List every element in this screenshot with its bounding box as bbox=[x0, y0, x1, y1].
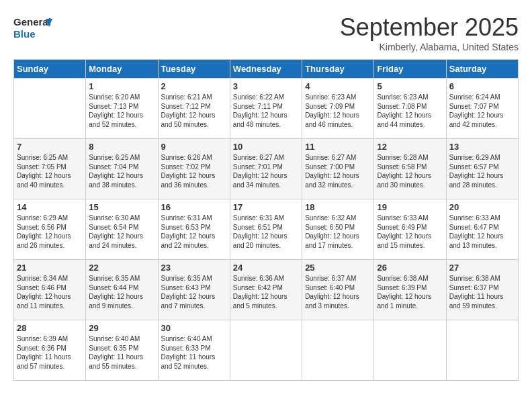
day-number: 29 bbox=[89, 323, 154, 333]
day-cell: 7Sunrise: 6:25 AM Sunset: 7:05 PM Daylig… bbox=[14, 139, 86, 199]
day-info: Sunrise: 6:21 AM Sunset: 7:12 PM Dayligh… bbox=[161, 93, 227, 129]
day-info: Sunrise: 6:26 AM Sunset: 7:02 PM Dayligh… bbox=[161, 153, 227, 189]
day-number: 6 bbox=[449, 81, 515, 91]
header-cell-wednesday: Wednesday bbox=[230, 60, 302, 79]
day-info: Sunrise: 6:35 AM Sunset: 6:43 PM Dayligh… bbox=[161, 274, 227, 310]
day-info: Sunrise: 6:31 AM Sunset: 6:51 PM Dayligh… bbox=[233, 214, 299, 250]
week-row-0: 1Sunrise: 6:20 AM Sunset: 7:13 PM Daylig… bbox=[14, 79, 519, 139]
week-row-3: 21Sunrise: 6:34 AM Sunset: 6:46 PM Dayli… bbox=[14, 260, 519, 320]
day-info: Sunrise: 6:29 AM Sunset: 6:56 PM Dayligh… bbox=[17, 214, 83, 250]
day-number: 17 bbox=[233, 202, 299, 212]
calendar-header: SundayMondayTuesdayWednesdayThursdayFrid… bbox=[14, 60, 519, 79]
logo: GeneralBlue bbox=[13, 13, 54, 40]
day-info: Sunrise: 6:38 AM Sunset: 6:37 PM Dayligh… bbox=[449, 274, 515, 310]
day-cell: 9Sunrise: 6:26 AM Sunset: 7:02 PM Daylig… bbox=[158, 139, 230, 199]
day-cell bbox=[374, 320, 446, 381]
day-cell: 4Sunrise: 6:23 AM Sunset: 7:09 PM Daylig… bbox=[302, 79, 374, 139]
day-info: Sunrise: 6:38 AM Sunset: 6:39 PM Dayligh… bbox=[377, 274, 443, 310]
day-number: 24 bbox=[233, 263, 299, 273]
day-cell: 23Sunrise: 6:35 AM Sunset: 6:43 PM Dayli… bbox=[158, 260, 230, 320]
day-number: 18 bbox=[305, 202, 371, 212]
day-cell bbox=[302, 320, 374, 381]
day-cell: 30Sunrise: 6:40 AM Sunset: 6:33 PM Dayli… bbox=[158, 320, 230, 381]
day-info: Sunrise: 6:39 AM Sunset: 6:36 PM Dayligh… bbox=[17, 334, 83, 371]
week-row-2: 14Sunrise: 6:29 AM Sunset: 6:56 PM Dayli… bbox=[14, 199, 519, 260]
day-number: 10 bbox=[233, 142, 299, 152]
day-number: 19 bbox=[377, 202, 443, 212]
day-cell: 16Sunrise: 6:31 AM Sunset: 6:53 PM Dayli… bbox=[158, 199, 230, 260]
day-number: 8 bbox=[89, 142, 154, 152]
day-info: Sunrise: 6:22 AM Sunset: 7:11 PM Dayligh… bbox=[233, 93, 299, 129]
day-info: Sunrise: 6:33 AM Sunset: 6:49 PM Dayligh… bbox=[377, 214, 443, 250]
day-info: Sunrise: 6:31 AM Sunset: 6:53 PM Dayligh… bbox=[161, 214, 227, 250]
day-number: 11 bbox=[305, 142, 371, 152]
day-cell: 22Sunrise: 6:35 AM Sunset: 6:44 PM Dayli… bbox=[86, 260, 158, 320]
day-number: 28 bbox=[17, 323, 83, 333]
day-cell: 15Sunrise: 6:30 AM Sunset: 6:54 PM Dayli… bbox=[86, 199, 158, 260]
day-number: 1 bbox=[89, 81, 154, 91]
day-cell: 2Sunrise: 6:21 AM Sunset: 7:12 PM Daylig… bbox=[158, 79, 230, 139]
day-cell: 28Sunrise: 6:39 AM Sunset: 6:36 PM Dayli… bbox=[14, 320, 86, 381]
day-number: 9 bbox=[161, 142, 227, 152]
month-title: September 2025 bbox=[340, 13, 519, 42]
day-cell: 18Sunrise: 6:32 AM Sunset: 6:50 PM Dayli… bbox=[302, 199, 374, 260]
day-cell: 24Sunrise: 6:36 AM Sunset: 6:42 PM Dayli… bbox=[230, 260, 302, 320]
day-cell bbox=[230, 320, 302, 381]
day-cell: 14Sunrise: 6:29 AM Sunset: 6:56 PM Dayli… bbox=[14, 199, 86, 260]
svg-text:General: General bbox=[13, 16, 51, 28]
day-number: 4 bbox=[305, 81, 371, 91]
header-cell-sunday: Sunday bbox=[14, 60, 86, 79]
day-info: Sunrise: 6:23 AM Sunset: 7:08 PM Dayligh… bbox=[377, 93, 443, 129]
header-cell-saturday: Saturday bbox=[446, 60, 518, 79]
day-number: 12 bbox=[377, 142, 443, 152]
day-number: 21 bbox=[17, 263, 83, 273]
day-info: Sunrise: 6:27 AM Sunset: 7:01 PM Dayligh… bbox=[233, 153, 299, 189]
day-info: Sunrise: 6:27 AM Sunset: 7:00 PM Dayligh… bbox=[305, 153, 371, 189]
day-number: 22 bbox=[89, 263, 154, 273]
location: Kimberly, Alabama, United States bbox=[340, 42, 519, 52]
day-info: Sunrise: 6:32 AM Sunset: 6:50 PM Dayligh… bbox=[305, 214, 371, 250]
title-section: September 2025 Kimberly, Alabama, United… bbox=[340, 13, 519, 52]
day-number: 13 bbox=[449, 142, 515, 152]
day-cell: 12Sunrise: 6:28 AM Sunset: 6:58 PM Dayli… bbox=[374, 139, 446, 199]
day-info: Sunrise: 6:35 AM Sunset: 6:44 PM Dayligh… bbox=[89, 274, 154, 310]
calendar-body: 1Sunrise: 6:20 AM Sunset: 7:13 PM Daylig… bbox=[14, 79, 519, 381]
day-number: 14 bbox=[17, 202, 83, 212]
day-info: Sunrise: 6:33 AM Sunset: 6:47 PM Dayligh… bbox=[449, 214, 515, 250]
day-number: 20 bbox=[449, 202, 515, 212]
day-info: Sunrise: 6:23 AM Sunset: 7:09 PM Dayligh… bbox=[305, 93, 371, 129]
day-info: Sunrise: 6:34 AM Sunset: 6:46 PM Dayligh… bbox=[17, 274, 83, 310]
day-info: Sunrise: 6:29 AM Sunset: 6:57 PM Dayligh… bbox=[449, 153, 515, 189]
page-header: GeneralBlue September 2025 Kimberly, Ala… bbox=[13, 13, 519, 52]
day-number: 23 bbox=[161, 263, 227, 273]
day-info: Sunrise: 6:25 AM Sunset: 7:05 PM Dayligh… bbox=[17, 153, 83, 189]
day-cell: 6Sunrise: 6:24 AM Sunset: 7:07 PM Daylig… bbox=[446, 79, 518, 139]
day-number: 2 bbox=[161, 81, 227, 91]
day-info: Sunrise: 6:40 AM Sunset: 6:35 PM Dayligh… bbox=[89, 334, 154, 371]
day-info: Sunrise: 6:28 AM Sunset: 6:58 PM Dayligh… bbox=[377, 153, 443, 189]
day-number: 27 bbox=[449, 263, 515, 273]
day-info: Sunrise: 6:40 AM Sunset: 6:33 PM Dayligh… bbox=[161, 334, 227, 371]
day-info: Sunrise: 6:20 AM Sunset: 7:13 PM Dayligh… bbox=[89, 93, 154, 129]
header-row: SundayMondayTuesdayWednesdayThursdayFrid… bbox=[14, 60, 519, 79]
day-number: 5 bbox=[377, 81, 443, 91]
day-cell: 3Sunrise: 6:22 AM Sunset: 7:11 PM Daylig… bbox=[230, 79, 302, 139]
day-info: Sunrise: 6:24 AM Sunset: 7:07 PM Dayligh… bbox=[449, 93, 515, 129]
day-info: Sunrise: 6:36 AM Sunset: 6:42 PM Dayligh… bbox=[233, 274, 299, 310]
day-cell: 29Sunrise: 6:40 AM Sunset: 6:35 PM Dayli… bbox=[86, 320, 158, 381]
header-cell-tuesday: Tuesday bbox=[158, 60, 230, 79]
calendar-table: SundayMondayTuesdayWednesdayThursdayFrid… bbox=[13, 59, 519, 381]
day-info: Sunrise: 6:30 AM Sunset: 6:54 PM Dayligh… bbox=[89, 214, 154, 250]
day-info: Sunrise: 6:37 AM Sunset: 6:40 PM Dayligh… bbox=[305, 274, 371, 310]
day-number: 25 bbox=[305, 263, 371, 273]
day-cell: 21Sunrise: 6:34 AM Sunset: 6:46 PM Dayli… bbox=[14, 260, 86, 320]
day-cell: 11Sunrise: 6:27 AM Sunset: 7:00 PM Dayli… bbox=[302, 139, 374, 199]
day-number: 15 bbox=[89, 202, 154, 212]
svg-text:Blue: Blue bbox=[13, 28, 36, 40]
week-row-1: 7Sunrise: 6:25 AM Sunset: 7:05 PM Daylig… bbox=[14, 139, 519, 199]
day-cell: 26Sunrise: 6:38 AM Sunset: 6:39 PM Dayli… bbox=[374, 260, 446, 320]
day-number: 26 bbox=[377, 263, 443, 273]
day-cell: 13Sunrise: 6:29 AM Sunset: 6:57 PM Dayli… bbox=[446, 139, 518, 199]
day-cell: 19Sunrise: 6:33 AM Sunset: 6:49 PM Dayli… bbox=[374, 199, 446, 260]
day-cell: 17Sunrise: 6:31 AM Sunset: 6:51 PM Dayli… bbox=[230, 199, 302, 260]
